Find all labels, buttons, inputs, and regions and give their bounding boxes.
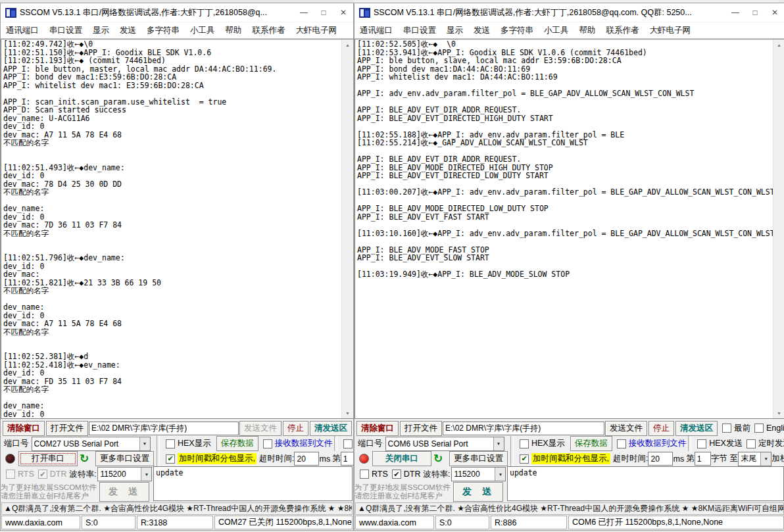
log-scrollbar[interactable]: ▲ ▼ [341, 39, 353, 418]
stop-button[interactable]: 停止 [283, 421, 308, 436]
port-select[interactable]: COM6 USB Serial Port ▼ [385, 437, 504, 451]
ad-banner[interactable]: ▲Q群满员了,没有第二个群. ★合宙高性价比4G模块 ★RT-Thread中国人… [1, 502, 353, 515]
baud-select[interactable]: 115200 ▼ [97, 467, 152, 481]
baud-select[interactable]: 115200 ▼ [451, 467, 506, 481]
timeout-input[interactable]: 20 [648, 452, 673, 466]
menu-display[interactable]: 显示 [441, 25, 468, 36]
promo-text: 为了更好地发展SSCOM软件 请您注册嘉立创F结尾客户 [1, 483, 99, 500]
close-port-button[interactable]: 关闭串口 [372, 451, 431, 466]
stop-button[interactable]: 停止 [649, 421, 674, 436]
refresh-ports-icon[interactable]: ↻ [80, 453, 89, 464]
hex-display-checkbox[interactable] [166, 439, 175, 448]
chevron-down-icon[interactable]: ▼ [495, 468, 505, 481]
menu-multi-string[interactable]: 多字符串 [495, 25, 539, 36]
menu-tools[interactable]: 小工具 [539, 25, 574, 36]
log-scrollbar[interactable]: ▲ ▼ [773, 39, 784, 418]
scroll-down-icon[interactable]: ▼ [773, 408, 784, 418]
recv-to-file-checkbox[interactable] [617, 439, 626, 448]
menu-help[interactable]: 帮助 [574, 25, 601, 36]
topmost-checkbox[interactable] [722, 423, 731, 433]
menu-help[interactable]: 帮助 [220, 25, 247, 36]
menu-daxia-site[interactable]: 大虾电子网 [291, 25, 343, 36]
menu-port-settings[interactable]: 串口设置 [44, 25, 87, 36]
status-website[interactable]: www.daxia.com [355, 516, 434, 529]
menu-contact-author[interactable]: 联系作者 [247, 25, 291, 36]
send-file-button[interactable]: 发送文件 [239, 421, 282, 436]
chevron-down-icon[interactable]: ▼ [493, 437, 504, 450]
menu-send[interactable]: 发送 [114, 25, 141, 36]
scroll-up-icon[interactable]: ▲ [773, 39, 784, 50]
byte-from-input[interactable]: 1 [695, 452, 711, 466]
more-port-settings-button[interactable]: 更多串口设置 [95, 451, 154, 466]
status-port-info: COM6 已打开 115200bps,8,1,None,None [568, 516, 784, 529]
dtr-checkbox[interactable]: ✔ [38, 470, 47, 479]
receive-log[interactable]: [11:02:52.505]收←◆ \0 [11:02:53.941]收←◆AP… [355, 39, 784, 419]
minimize-button[interactable]: — [725, 4, 745, 21]
ad-banner[interactable]: ▲Q群满员了,没有第二个群. ★合宙高性价比4G模块 ★RT-Thread中国人… [355, 502, 784, 515]
hex-display-label: HEX显示 [178, 438, 211, 449]
title-bar[interactable]: SSCOM V5.13.1 串口/网络数据调试器,作者:大虾丁丁,2618058… [355, 3, 784, 22]
file-path-field[interactable]: E:\02 DMR\字库\字库(手持) [443, 422, 604, 435]
open-file-button[interactable]: 打开文件 [46, 421, 88, 436]
timeout-label: 超时时间: [259, 453, 294, 464]
minimize-button[interactable]: — [294, 4, 314, 21]
scroll-down-icon[interactable]: ▼ [342, 408, 353, 418]
maximize-button[interactable]: □ [745, 4, 765, 21]
send-button[interactable]: 发 送 [99, 482, 149, 502]
port-select[interactable]: COM27 USB Serial Port ▼ [32, 437, 151, 451]
send-input[interactable]: update [507, 466, 784, 501]
more-port-settings-button[interactable]: 更多串口设置 [449, 451, 508, 466]
title-bar[interactable]: SSCOM V5.13.1 串口/网络数据调试器,作者:大虾丁丁,2618058… [1, 3, 353, 22]
menu-display[interactable]: 显示 [87, 25, 114, 36]
english-checkbox[interactable] [754, 423, 764, 433]
byte-from-input[interactable]: 1 [341, 452, 353, 466]
menu-contact-author[interactable]: 联系作者 [601, 25, 645, 36]
receive-area: [11:02:52.505]收←◆ \0 [11:02:53.941]收←◆AP… [355, 39, 784, 419]
send-button[interactable]: 发 送 [453, 482, 503, 502]
rts-checkbox[interactable] [6, 470, 15, 479]
chevron-down-icon[interactable]: ▼ [139, 437, 150, 450]
byte-to-select[interactable]: 末尾 ▼ [738, 452, 772, 466]
chevron-down-icon[interactable]: ▼ [760, 452, 771, 466]
send-file-button[interactable]: 发送文件 [605, 421, 647, 436]
menu-port-settings[interactable]: 串口设置 [398, 25, 441, 36]
close-button[interactable]: ✕ [333, 4, 353, 21]
hex-display-checkbox[interactable] [520, 439, 529, 448]
menu-comm-port[interactable]: 通讯端口 [355, 25, 398, 36]
chevron-down-icon[interactable]: ▼ [141, 468, 151, 481]
dtr-checkbox[interactable]: ✔ [392, 470, 401, 479]
close-button[interactable]: ✕ [765, 4, 784, 21]
save-data-button[interactable]: 保存数据 [570, 436, 612, 451]
open-port-button[interactable]: 打开串口 [18, 451, 78, 466]
menu-daxia-site[interactable]: 大虾电子网 [645, 25, 697, 36]
scroll-up-icon[interactable]: ▲ [342, 39, 353, 50]
timestamp-checkbox[interactable]: ✔ [520, 454, 529, 464]
clear-window-button[interactable]: 清除窗口 [356, 421, 399, 436]
open-file-button[interactable]: 打开文件 [400, 421, 442, 436]
menu-comm-port[interactable]: 通讯端口 [1, 25, 44, 36]
timeout-input[interactable]: 20 [294, 452, 319, 466]
timestamp-checkbox[interactable]: ✔ [166, 454, 175, 464]
checksum-label: 加校验 [772, 453, 784, 464]
maximize-button[interactable]: □ [314, 4, 333, 21]
recv-to-file-checkbox[interactable] [263, 439, 272, 448]
menu-multi-string[interactable]: 多字符串 [141, 25, 185, 36]
rts-checkbox[interactable] [360, 470, 369, 479]
menu-send[interactable]: 发送 [468, 25, 495, 36]
menu-tools[interactable]: 小工具 [185, 25, 220, 36]
save-data-button[interactable]: 保存数据 [216, 436, 258, 451]
clear-send-area-button[interactable]: 清发送区 [675, 421, 718, 436]
refresh-ports-icon[interactable]: ↻ [433, 453, 443, 464]
rts-label: RTS [372, 470, 388, 479]
control-panel: 清除窗口 打开文件 E:\02 DMR\字库\字库(手持) 发送文件 停止 清发… [355, 420, 784, 530]
clear-send-area-button[interactable]: 清发送区 [310, 421, 352, 436]
receive-log[interactable]: [11:02:49.742]收←◆\0 [11:02:51.150]收←◆APP… [1, 39, 353, 419]
send-input[interactable]: update [153, 466, 353, 501]
timed-send-checkbox[interactable] [747, 439, 756, 448]
hex-send-checkbox[interactable] [697, 439, 706, 448]
file-path-field[interactable]: E:\02 DMR\字库\字库(手持) [89, 422, 239, 435]
clear-window-button[interactable]: 清除窗口 [3, 421, 45, 436]
hex-send-checkbox[interactable] [343, 439, 353, 448]
divider [157, 451, 160, 466]
status-website[interactable]: www.daxia.com [1, 516, 80, 529]
